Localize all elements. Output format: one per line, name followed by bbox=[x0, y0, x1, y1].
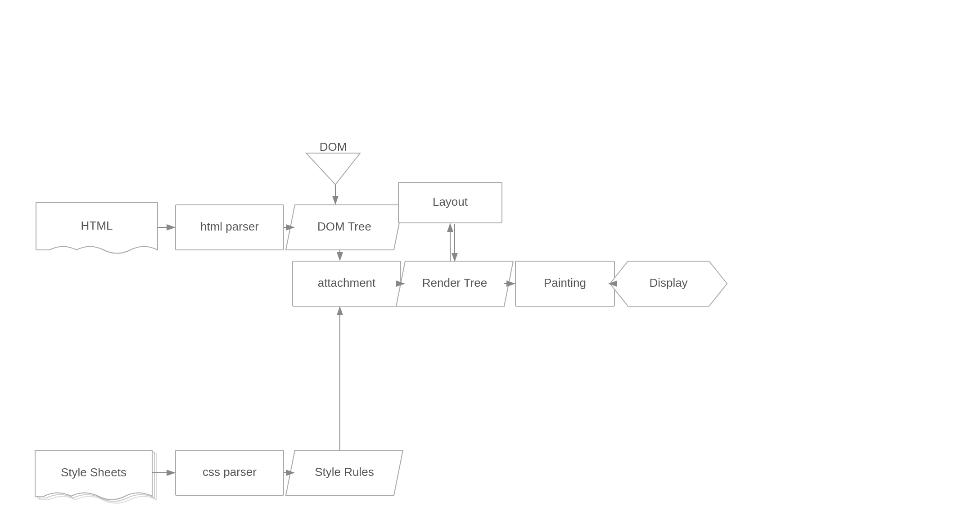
layout-node: Layout bbox=[398, 182, 502, 223]
svg-marker-3 bbox=[306, 153, 360, 185]
style-sheets-label: Style Sheets bbox=[61, 466, 126, 479]
style-rules-label: Style Rules bbox=[315, 465, 374, 479]
attachment-node: attachment bbox=[293, 261, 401, 306]
dom-tree-node: DOM Tree bbox=[286, 205, 403, 250]
dom-label: DOM bbox=[320, 140, 347, 154]
dom-tree-label: DOM Tree bbox=[317, 220, 371, 233]
painting-label: Painting bbox=[544, 276, 586, 290]
html-node: HTML bbox=[36, 203, 158, 253]
css-parser-label: css parser bbox=[203, 465, 257, 479]
diagram-container: HTML html parser DOM DOM Tree attachment bbox=[0, 0, 980, 525]
layout-label: Layout bbox=[433, 195, 468, 208]
html-label: HTML bbox=[81, 219, 113, 232]
style-rules-node: Style Rules bbox=[286, 450, 403, 495]
display-label: Display bbox=[649, 276, 687, 290]
dom-funnel: DOM bbox=[306, 140, 360, 185]
painting-node: Painting bbox=[515, 261, 614, 306]
attachment-label: attachment bbox=[318, 276, 376, 290]
display-node: Display bbox=[610, 261, 727, 306]
render-tree-label: Render Tree bbox=[422, 276, 488, 290]
html-parser-label: html parser bbox=[200, 220, 259, 233]
html-parser-node: html parser bbox=[176, 205, 284, 250]
render-tree-node: Render Tree bbox=[396, 261, 513, 306]
style-sheets-node: Style Sheets bbox=[35, 450, 157, 503]
css-parser-node: css parser bbox=[176, 450, 284, 495]
